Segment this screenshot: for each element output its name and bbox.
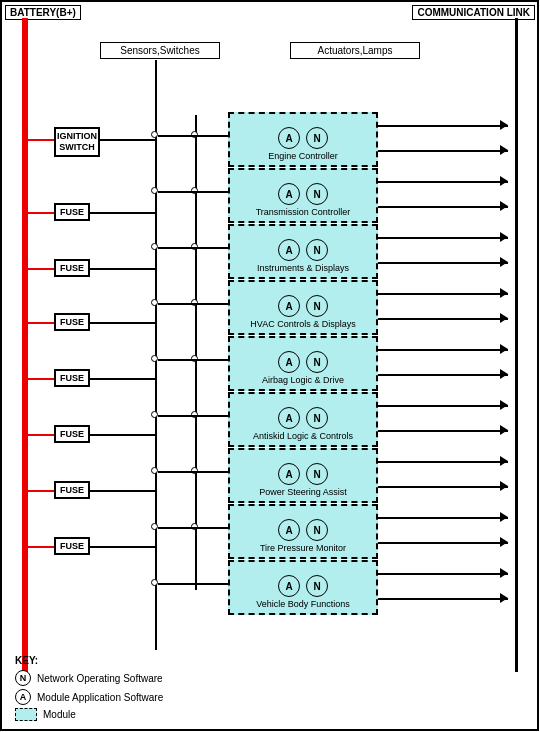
out-line-9b bbox=[378, 598, 508, 600]
module-label-9: Vehicle Body Functions bbox=[256, 599, 350, 610]
h-ignition bbox=[100, 139, 156, 141]
out-line-4a bbox=[378, 293, 508, 295]
ignition-switch: IGNITION SWITCH bbox=[54, 127, 100, 157]
circle-n-8: N bbox=[306, 519, 328, 541]
circle-a-9: A bbox=[278, 575, 300, 597]
key-module-label: Module bbox=[43, 709, 76, 720]
out-line-5b bbox=[378, 374, 508, 376]
arrow-8a bbox=[500, 512, 508, 522]
module-label-4: HVAC Controls & Displays bbox=[250, 319, 355, 330]
module-engine-controller: A N Engine Controller bbox=[228, 112, 378, 167]
fuse-3: FUSE bbox=[54, 313, 90, 331]
sensors-header: Sensors,Switches bbox=[100, 42, 220, 59]
fuse-5: FUSE bbox=[54, 425, 90, 443]
in-line-1 bbox=[158, 135, 228, 137]
circle-a-4: A bbox=[278, 295, 300, 317]
circle-a-2: A bbox=[278, 183, 300, 205]
junction-5 bbox=[151, 355, 158, 362]
module-circles-4: A N bbox=[278, 295, 328, 317]
module-circles-9: A N bbox=[278, 575, 328, 597]
circle-n-6: N bbox=[306, 407, 328, 429]
in-line-4 bbox=[158, 303, 228, 305]
circle-a-7: A bbox=[278, 463, 300, 485]
key-section: KEY: N Network Operating Software A Modu… bbox=[15, 655, 163, 724]
out-line-3a bbox=[378, 237, 508, 239]
out-line-8b bbox=[378, 542, 508, 544]
module-circles-3: A N bbox=[278, 239, 328, 261]
junction-7 bbox=[151, 467, 158, 474]
key-title: KEY: bbox=[15, 655, 163, 666]
key-network-label: Network Operating Software bbox=[37, 673, 163, 684]
arrow-4a bbox=[500, 288, 508, 298]
module-label-2: Transmission Controller bbox=[256, 207, 351, 218]
out-line-2b bbox=[378, 206, 508, 208]
junction-9 bbox=[151, 579, 158, 586]
in-line-9 bbox=[158, 583, 228, 585]
module-circles-8: A N bbox=[278, 519, 328, 541]
module-airbag: A N Airbag Logic & Drive bbox=[228, 336, 378, 391]
fuse-6: FUSE bbox=[54, 481, 90, 499]
module-circles-2: A N bbox=[278, 183, 328, 205]
battery-label: BATTERY(B+) bbox=[5, 5, 81, 20]
arrow-7a bbox=[500, 456, 508, 466]
actuators-header: Actuators,Lamps bbox=[290, 42, 420, 59]
arrow-6b bbox=[500, 425, 508, 435]
module-circles-6: A N bbox=[278, 407, 328, 429]
arrow-1a bbox=[500, 120, 508, 130]
in-line-6 bbox=[158, 415, 228, 417]
junction-8 bbox=[151, 523, 158, 530]
power-line-fuse7 bbox=[28, 546, 54, 548]
arrow-2a bbox=[500, 176, 508, 186]
module-circles-1: A N bbox=[278, 127, 328, 149]
fuse-7: FUSE bbox=[54, 537, 90, 555]
power-line-fuse4 bbox=[28, 378, 54, 380]
arrow-5a bbox=[500, 344, 508, 354]
power-line-fuse3 bbox=[28, 322, 54, 324]
h-fuse1 bbox=[90, 212, 156, 214]
circle-a-3: A bbox=[278, 239, 300, 261]
fuse-2: FUSE bbox=[54, 259, 90, 277]
circle-n-7: N bbox=[306, 463, 328, 485]
module-power-steering: A N Power Steering Assist bbox=[228, 448, 378, 503]
key-circle-a: A bbox=[15, 689, 31, 705]
module-label-7: Power Steering Assist bbox=[259, 487, 347, 498]
fuse-4: FUSE bbox=[54, 369, 90, 387]
power-line-fuse1 bbox=[28, 212, 54, 214]
junction-4 bbox=[151, 299, 158, 306]
h-fuse6 bbox=[90, 490, 156, 492]
out-line-7a bbox=[378, 461, 508, 463]
arrow-1b bbox=[500, 145, 508, 155]
circle-a-6: A bbox=[278, 407, 300, 429]
battery-bus bbox=[22, 18, 28, 672]
module-circles-7: A N bbox=[278, 463, 328, 485]
circle-n-2: N bbox=[306, 183, 328, 205]
key-application-label: Module Application Software bbox=[37, 692, 163, 703]
key-circle-n: N bbox=[15, 670, 31, 686]
in-line-2 bbox=[158, 191, 228, 193]
power-line-fuse6 bbox=[28, 490, 54, 492]
arrow-6a bbox=[500, 400, 508, 410]
junction-3 bbox=[151, 243, 158, 250]
out-line-4b bbox=[378, 318, 508, 320]
out-line-8a bbox=[378, 517, 508, 519]
arrow-9a bbox=[500, 568, 508, 578]
module-label-6: Antiskid Logic & Controls bbox=[253, 431, 353, 442]
key-row-application: A Module Application Software bbox=[15, 689, 163, 705]
out-line-5a bbox=[378, 349, 508, 351]
out-line-2a bbox=[378, 181, 508, 183]
h-fuse3 bbox=[90, 322, 156, 324]
circle-n-4: N bbox=[306, 295, 328, 317]
diagram: BATTERY(B+) COMMUNICATION LINK Sensors,S… bbox=[0, 0, 540, 732]
out-line-1a bbox=[378, 125, 508, 127]
arrow-4b bbox=[500, 313, 508, 323]
h-fuse5 bbox=[90, 434, 156, 436]
circle-n-3: N bbox=[306, 239, 328, 261]
key-module-rect bbox=[15, 708, 37, 721]
power-line-fuse2 bbox=[28, 268, 54, 270]
arrow-8b bbox=[500, 537, 508, 547]
h-fuse7 bbox=[90, 546, 156, 548]
module-label-8: Tire Pressure Monitor bbox=[260, 543, 346, 554]
junction-6 bbox=[151, 411, 158, 418]
junction-1 bbox=[151, 131, 158, 138]
h-fuse4 bbox=[90, 378, 156, 380]
